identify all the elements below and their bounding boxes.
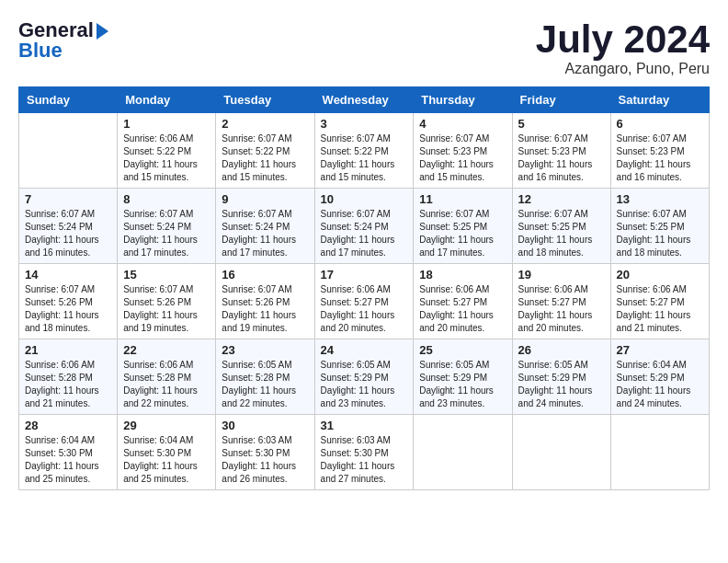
day-info: Sunrise: 6:07 AM Sunset: 5:23 PM Dayligh…: [617, 132, 703, 184]
calendar-week-1: 1Sunrise: 6:06 AM Sunset: 5:22 PM Daylig…: [19, 113, 710, 189]
calendar-cell: 17Sunrise: 6:06 AM Sunset: 5:27 PM Dayli…: [314, 264, 414, 339]
day-info: Sunrise: 6:05 AM Sunset: 5:29 PM Dayligh…: [419, 359, 506, 410]
day-number: 28: [25, 419, 111, 432]
day-number: 30: [222, 419, 308, 432]
day-number: 11: [419, 192, 506, 206]
calendar-cell: [19, 113, 118, 189]
day-number: 26: [518, 343, 605, 357]
calendar-cell: 6Sunrise: 6:07 AM Sunset: 5:23 PM Daylig…: [610, 113, 709, 189]
calendar-cell: 10Sunrise: 6:07 AM Sunset: 5:24 PM Dayli…: [314, 189, 414, 264]
calendar-cell: 26Sunrise: 6:05 AM Sunset: 5:29 PM Dayli…: [512, 339, 610, 415]
calendar-cell: 12Sunrise: 6:07 AM Sunset: 5:25 PM Dayli…: [512, 189, 610, 264]
day-number: 22: [123, 343, 210, 357]
calendar-header-monday: Monday: [118, 87, 216, 113]
day-number: 14: [25, 268, 111, 282]
day-info: Sunrise: 6:04 AM Sunset: 5:30 PM Dayligh…: [123, 434, 210, 486]
day-info: Sunrise: 6:07 AM Sunset: 5:22 PM Dayligh…: [222, 132, 308, 184]
day-info: Sunrise: 6:07 AM Sunset: 5:25 PM Dayligh…: [518, 208, 605, 259]
day-number: 31: [321, 419, 408, 432]
day-number: 29: [123, 419, 210, 432]
calendar-cell: 14Sunrise: 6:07 AM Sunset: 5:26 PM Dayli…: [19, 264, 118, 339]
calendar-cell: 28Sunrise: 6:04 AM Sunset: 5:30 PM Dayli…: [19, 415, 118, 490]
calendar-table: SundayMondayTuesdayWednesdayThursdayFrid…: [18, 86, 710, 490]
calendar-cell: 1Sunrise: 6:06 AM Sunset: 5:22 PM Daylig…: [118, 113, 216, 189]
calendar-week-4: 21Sunrise: 6:06 AM Sunset: 5:28 PM Dayli…: [19, 339, 710, 415]
day-number: 21: [25, 343, 111, 357]
day-number: 10: [321, 192, 408, 206]
calendar-cell: 3Sunrise: 6:07 AM Sunset: 5:22 PM Daylig…: [314, 113, 414, 189]
calendar-cell: 15Sunrise: 6:07 AM Sunset: 5:26 PM Dayli…: [118, 264, 216, 339]
day-info: Sunrise: 6:06 AM Sunset: 5:28 PM Dayligh…: [123, 359, 210, 410]
calendar-cell: 29Sunrise: 6:04 AM Sunset: 5:30 PM Dayli…: [118, 415, 216, 490]
day-info: Sunrise: 6:07 AM Sunset: 5:25 PM Dayligh…: [419, 208, 506, 259]
day-info: Sunrise: 6:05 AM Sunset: 5:29 PM Dayligh…: [321, 359, 408, 410]
day-info: Sunrise: 6:03 AM Sunset: 5:30 PM Dayligh…: [222, 434, 308, 486]
day-number: 18: [419, 268, 506, 282]
month-title: July 2024: [536, 18, 710, 61]
calendar-cell: 8Sunrise: 6:07 AM Sunset: 5:24 PM Daylig…: [118, 189, 216, 264]
calendar-cell: 4Sunrise: 6:07 AM Sunset: 5:23 PM Daylig…: [414, 113, 512, 189]
calendar-cell: 31Sunrise: 6:03 AM Sunset: 5:30 PM Dayli…: [314, 415, 414, 490]
calendar-week-3: 14Sunrise: 6:07 AM Sunset: 5:26 PM Dayli…: [19, 264, 710, 339]
logo: General Blue: [18, 18, 108, 63]
day-info: Sunrise: 6:06 AM Sunset: 5:27 PM Dayligh…: [518, 283, 605, 335]
title-section: July 2024 Azangaro, Puno, Peru: [536, 18, 710, 77]
location-title: Azangaro, Puno, Peru: [536, 61, 710, 77]
day-number: 17: [321, 268, 408, 282]
calendar-cell: 9Sunrise: 6:07 AM Sunset: 5:24 PM Daylig…: [216, 189, 314, 264]
day-number: 4: [419, 117, 506, 131]
day-info: Sunrise: 6:07 AM Sunset: 5:26 PM Dayligh…: [123, 283, 210, 335]
calendar-cell: 16Sunrise: 6:07 AM Sunset: 5:26 PM Dayli…: [216, 264, 314, 339]
calendar-header-row: SundayMondayTuesdayWednesdayThursdayFrid…: [19, 87, 710, 113]
day-number: 5: [518, 117, 605, 131]
calendar-cell: 23Sunrise: 6:05 AM Sunset: 5:28 PM Dayli…: [216, 339, 314, 415]
calendar-cell: 20Sunrise: 6:06 AM Sunset: 5:27 PM Dayli…: [610, 264, 709, 339]
day-number: 15: [123, 268, 210, 282]
day-info: Sunrise: 6:07 AM Sunset: 5:23 PM Dayligh…: [419, 132, 506, 184]
calendar-cell: 25Sunrise: 6:05 AM Sunset: 5:29 PM Dayli…: [414, 339, 512, 415]
day-number: 25: [419, 343, 506, 357]
day-number: 8: [123, 192, 210, 206]
calendar-week-2: 7Sunrise: 6:07 AM Sunset: 5:24 PM Daylig…: [19, 189, 710, 264]
calendar-header-tuesday: Tuesday: [216, 87, 314, 113]
day-info: Sunrise: 6:06 AM Sunset: 5:27 PM Dayligh…: [321, 283, 408, 335]
day-info: Sunrise: 6:07 AM Sunset: 5:23 PM Dayligh…: [518, 132, 605, 184]
page-header: General Blue July 2024 Azangaro, Puno, P…: [18, 18, 710, 77]
day-info: Sunrise: 6:07 AM Sunset: 5:25 PM Dayligh…: [617, 208, 703, 259]
day-info: Sunrise: 6:06 AM Sunset: 5:28 PM Dayligh…: [25, 359, 111, 410]
day-info: Sunrise: 6:03 AM Sunset: 5:30 PM Dayligh…: [321, 434, 408, 486]
calendar-cell: 18Sunrise: 6:06 AM Sunset: 5:27 PM Dayli…: [414, 264, 512, 339]
calendar-cell: 27Sunrise: 6:04 AM Sunset: 5:29 PM Dayli…: [610, 339, 709, 415]
logo-blue: Blue: [18, 39, 63, 63]
day-number: 27: [617, 343, 703, 357]
day-info: Sunrise: 6:04 AM Sunset: 5:30 PM Dayligh…: [25, 434, 111, 486]
day-number: 2: [222, 117, 308, 131]
calendar-cell: [414, 415, 512, 490]
calendar-week-5: 28Sunrise: 6:04 AM Sunset: 5:30 PM Dayli…: [19, 415, 710, 490]
calendar-cell: 2Sunrise: 6:07 AM Sunset: 5:22 PM Daylig…: [216, 113, 314, 189]
day-number: 6: [617, 117, 703, 131]
calendar-cell: 22Sunrise: 6:06 AM Sunset: 5:28 PM Dayli…: [118, 339, 216, 415]
day-info: Sunrise: 6:06 AM Sunset: 5:27 PM Dayligh…: [617, 283, 703, 335]
day-number: 16: [222, 268, 308, 282]
calendar-cell: 11Sunrise: 6:07 AM Sunset: 5:25 PM Dayli…: [414, 189, 512, 264]
calendar-header-saturday: Saturday: [610, 87, 709, 113]
day-info: Sunrise: 6:06 AM Sunset: 5:27 PM Dayligh…: [419, 283, 506, 335]
calendar-cell: 19Sunrise: 6:06 AM Sunset: 5:27 PM Dayli…: [512, 264, 610, 339]
calendar-cell: [512, 415, 610, 490]
day-info: Sunrise: 6:07 AM Sunset: 5:24 PM Dayligh…: [222, 208, 308, 259]
calendar-cell: 30Sunrise: 6:03 AM Sunset: 5:30 PM Dayli…: [216, 415, 314, 490]
day-number: 20: [617, 268, 703, 282]
day-number: 13: [617, 192, 703, 206]
calendar-cell: 24Sunrise: 6:05 AM Sunset: 5:29 PM Dayli…: [314, 339, 414, 415]
calendar-cell: 5Sunrise: 6:07 AM Sunset: 5:23 PM Daylig…: [512, 113, 610, 189]
day-info: Sunrise: 6:04 AM Sunset: 5:29 PM Dayligh…: [617, 359, 703, 410]
day-info: Sunrise: 6:07 AM Sunset: 5:26 PM Dayligh…: [25, 283, 111, 335]
calendar-header-sunday: Sunday: [19, 87, 118, 113]
day-number: 24: [321, 343, 408, 357]
calendar-header-thursday: Thursday: [414, 87, 512, 113]
calendar-cell: 21Sunrise: 6:06 AM Sunset: 5:28 PM Dayli…: [19, 339, 118, 415]
day-info: Sunrise: 6:07 AM Sunset: 5:24 PM Dayligh…: [25, 208, 111, 259]
day-number: 3: [321, 117, 408, 131]
calendar-header-wednesday: Wednesday: [314, 87, 414, 113]
